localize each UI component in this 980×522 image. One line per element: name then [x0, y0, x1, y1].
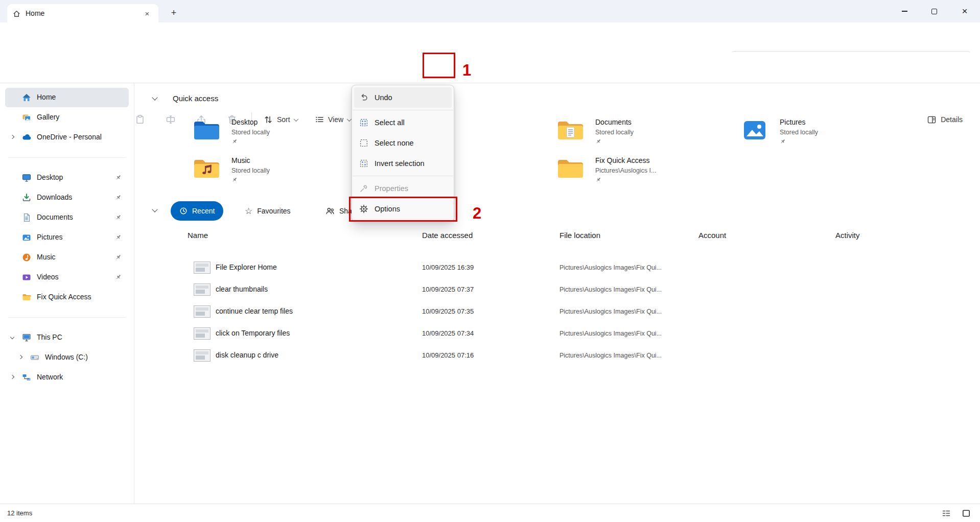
maximize-button[interactable]	[919, 0, 949, 22]
explorer-tab-home[interactable]: Home ×	[7, 4, 158, 22]
file-location: Pictures\Auslogics Images\Fix Qui...	[559, 264, 662, 271]
column-header-file-location[interactable]: File location	[559, 231, 600, 240]
recent-collapse-icon[interactable]	[152, 206, 157, 212]
menu-item-undo[interactable]: Undo	[354, 87, 452, 108]
recent-file-row[interactable]: click on Temporary files 10/09/2025 07:3…	[134, 323, 980, 345]
tile-subtitle: Stored locally	[231, 129, 270, 136]
tab-close-icon[interactable]: ×	[141, 7, 153, 19]
downloads-icon	[21, 193, 32, 203]
menu-item-invert-selection[interactable]: Invert selection	[354, 153, 452, 174]
tab-favourites[interactable]: ☆ Favourites	[236, 201, 299, 221]
pin-icon	[115, 194, 122, 201]
file-location: Pictures\Auslogics Images\Fix Qui...	[559, 330, 662, 337]
invert-selection-icon	[359, 159, 368, 168]
menu-divider	[353, 176, 453, 176]
tile-name: Pictures	[780, 118, 806, 126]
column-header-account[interactable]: Account	[698, 231, 726, 240]
pin-icon	[115, 274, 122, 280]
sidebar-item-home[interactable]: Home	[5, 88, 129, 107]
pin-icon	[595, 138, 601, 145]
sidebar-item-label: Home	[37, 93, 56, 101]
file-name: File Explorer Home	[216, 263, 277, 271]
gallery-icon	[21, 112, 32, 123]
thumbnail-view-toggle-icon[interactable]	[962, 509, 971, 518]
pin-icon	[115, 254, 122, 260]
annotation-box-step1	[423, 53, 455, 78]
column-header-name[interactable]: Name	[188, 231, 208, 240]
annotation-label-step1: 1	[462, 61, 471, 80]
recent-file-row[interactable]: continue clear temp files 10/09/2025 07:…	[134, 301, 980, 323]
sidebar-item-music[interactable]: Music	[5, 248, 129, 267]
menu-item-label: Undo	[375, 93, 392, 102]
sidebar-item-label: OneDrive - Personal	[37, 133, 102, 141]
home-icon	[21, 92, 32, 103]
select-all-icon	[359, 118, 368, 127]
sidebar-item-downloads[interactable]: Downloads	[5, 188, 129, 207]
recent-file-row[interactable]: File Explorer Home 10/09/2025 16:39 Pict…	[134, 257, 980, 279]
tile-name: Music	[231, 156, 250, 164]
select-none-icon	[359, 138, 368, 148]
column-header-activity[interactable]: Activity	[835, 231, 860, 240]
tile-fix-quick-access[interactable]: Fix Quick Access Pictures\Auslogics I...	[556, 156, 710, 190]
star-icon: ☆	[245, 206, 252, 216]
sidebar-item-this-pc[interactable]: This PC	[5, 328, 129, 347]
tile-documents[interactable]: Documents Stored locally	[556, 118, 710, 152]
tile-subtitle: Stored locally	[780, 129, 818, 136]
people-icon	[325, 206, 335, 216]
tab-favourites-label: Favourites	[257, 207, 290, 215]
home-icon	[12, 9, 21, 18]
column-header-date-accessed[interactable]: Date accessed	[422, 231, 473, 240]
details-pane-icon	[927, 115, 937, 125]
sidebar-item-documents[interactable]: Documents	[5, 208, 129, 227]
chevron-down-icon[interactable]	[10, 335, 14, 339]
annotation-box-step2	[349, 197, 457, 222]
menu-item-label: Invert selection	[375, 159, 425, 168]
recent-file-row[interactable]: clear thumbnails 10/09/2025 07:37 Pictur…	[134, 279, 980, 301]
quick-access-collapse-icon[interactable]	[152, 94, 157, 100]
details-view-toggle-icon[interactable]	[942, 509, 951, 518]
new-tab-button[interactable]: +	[167, 6, 181, 20]
tile-name: Desktop	[231, 118, 258, 126]
sidebar-item-label: Downloads	[37, 193, 72, 201]
sidebar-divider	[8, 157, 126, 158]
tile-pictures[interactable]: Pictures Stored locally	[741, 118, 894, 152]
sidebar-item-label: Videos	[37, 273, 59, 281]
tab-title: Home	[26, 9, 44, 17]
minimize-icon	[902, 11, 907, 12]
tile-desktop[interactable]: Desktop Stored locally	[193, 118, 346, 152]
sidebar-item-network[interactable]: Network	[5, 368, 129, 387]
tile-music[interactable]: Music Stored locally	[193, 156, 346, 190]
sidebar-item-fix-quick-access[interactable]: Fix Quick Access	[5, 288, 129, 307]
pictures-icon	[21, 232, 32, 243]
sidebar-item-desktop[interactable]: Desktop	[5, 168, 129, 187]
tab-recent[interactable]: Recent	[171, 201, 223, 221]
close-button[interactable]: ×	[949, 0, 980, 22]
menu-item-select-none[interactable]: Select none	[354, 133, 452, 153]
file-date-accessed: 10/09/2025 07:35	[422, 307, 474, 315]
sidebar-item-videos[interactable]: Videos	[5, 268, 129, 287]
sidebar-item-gallery[interactable]: Gallery	[5, 108, 129, 127]
details-pane-button[interactable]: Details	[922, 110, 968, 129]
recent-file-row[interactable]: disk cleanup c drive 10/09/2025 07:16 Pi…	[134, 345, 980, 367]
minimize-button[interactable]	[890, 0, 919, 22]
sidebar-item-pictures[interactable]: Pictures	[5, 228, 129, 247]
menu-item-properties[interactable]: Properties	[354, 178, 452, 199]
menu-item-label: Select none	[375, 139, 414, 147]
chevron-right-icon[interactable]	[18, 355, 22, 359]
chevron-right-icon[interactable]	[10, 135, 14, 139]
rename-button[interactable]	[159, 110, 182, 129]
chevron-right-icon[interactable]	[10, 375, 14, 379]
sidebar-item-onedrive[interactable]: OneDrive - Personal	[5, 128, 129, 147]
sidebar-item-windows-c[interactable]: Windows (C:)	[5, 348, 129, 367]
menu-item-select-all[interactable]: Select all	[354, 112, 452, 133]
items-count: 12 items	[7, 504, 32, 522]
clock-icon	[179, 207, 188, 215]
menu-divider	[353, 110, 453, 110]
music-folder-icon	[193, 157, 220, 180]
documents-icon	[21, 212, 32, 223]
videos-icon	[21, 272, 32, 282]
file-name: click on Temporary files	[216, 329, 290, 337]
pictures-icon	[741, 119, 768, 141]
pin-icon	[115, 174, 122, 181]
folder-icon	[21, 292, 32, 302]
